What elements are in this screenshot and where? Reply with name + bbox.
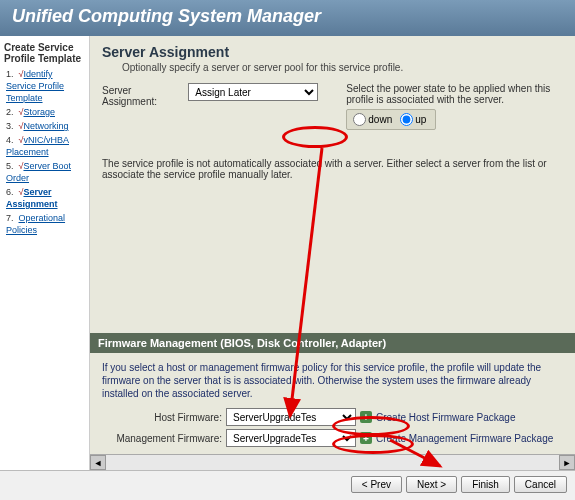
power-state-label: Select the power state to be applied whe…: [346, 83, 563, 105]
firmware-desc: If you select a host or management firmw…: [102, 361, 563, 400]
create-mgmt-fw-link[interactable]: Create Management Firmware Package: [376, 433, 553, 444]
info-text: The service profile is not automatically…: [102, 158, 563, 180]
wizard-steps: Create Service Profile Template 1. √Iden…: [0, 36, 90, 470]
radio-down[interactable]: down: [353, 113, 392, 126]
wizard-step[interactable]: 7. Operational Policies: [6, 212, 85, 236]
next-button[interactable]: Next >: [406, 476, 457, 493]
wizard-step[interactable]: 6. √Server Assignment: [6, 186, 85, 210]
wizard-heading: Create Service Profile Template: [4, 42, 85, 64]
host-firmware-select[interactable]: ServerUpgradeTes: [226, 408, 356, 426]
prev-button[interactable]: < Prev: [351, 476, 402, 493]
scroll-left-icon[interactable]: ◄: [90, 455, 106, 470]
mgmt-firmware-select[interactable]: ServerUpgradeTes: [226, 429, 356, 447]
wizard-step[interactable]: 3. √Networking: [6, 120, 85, 132]
mgmt-fw-label: Management Firmware:: [102, 433, 222, 444]
assign-label: Server Assignment:: [102, 83, 180, 107]
power-state-group: down up: [346, 109, 436, 130]
finish-button[interactable]: Finish: [461, 476, 510, 493]
page-title: Server Assignment: [102, 44, 563, 60]
firmware-section-header[interactable]: Firmware Management (BIOS, Disk Controll…: [90, 333, 575, 353]
host-fw-label: Host Firmware:: [102, 412, 222, 423]
wizard-button-bar: < Prev Next > Finish Cancel: [0, 470, 575, 498]
window-title: Unified Computing System Manager: [0, 0, 575, 36]
wizard-step[interactable]: 5. √Server Boot Order: [6, 160, 85, 184]
plus-icon[interactable]: +: [360, 432, 372, 444]
scroll-right-icon[interactable]: ►: [559, 455, 575, 470]
create-host-fw-link[interactable]: Create Host Firmware Package: [376, 412, 516, 423]
content-pane: Server Assignment Optionally specify a s…: [90, 36, 575, 470]
wizard-step[interactable]: 2. √Storage: [6, 106, 85, 118]
wizard-step[interactable]: 1. √Identify Service Profile Template: [6, 68, 85, 104]
plus-icon[interactable]: +: [360, 411, 372, 423]
wizard-step[interactable]: 4. √vNIC/vHBA Placement: [6, 134, 85, 158]
radio-up[interactable]: up: [400, 113, 426, 126]
cancel-button[interactable]: Cancel: [514, 476, 567, 493]
horizontal-scrollbar[interactable]: ◄ ►: [90, 454, 575, 470]
page-subtitle: Optionally specify a server or server po…: [122, 62, 563, 73]
server-assignment-select[interactable]: Assign Later: [188, 83, 318, 101]
